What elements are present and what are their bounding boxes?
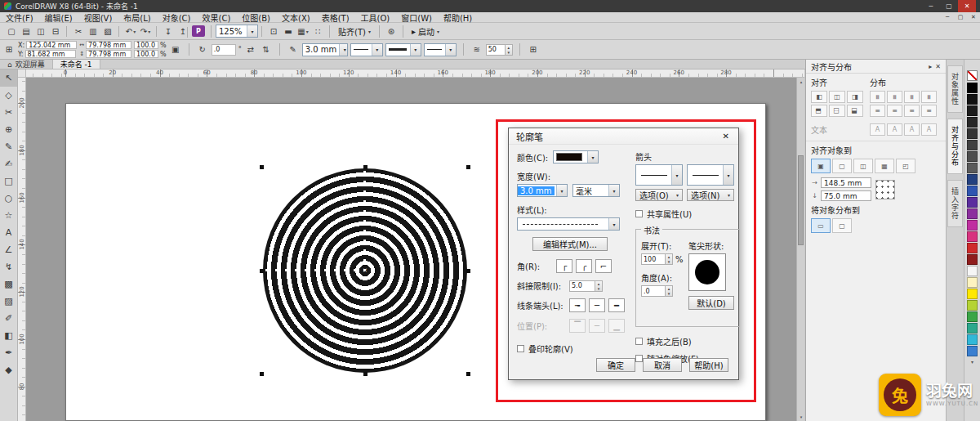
distribute-spacing-h-icon[interactable]: ≡ (904, 91, 920, 103)
distribute-center-v-icon[interactable]: ≡ (887, 105, 902, 117)
distribute-right-icon[interactable]: ≡ (921, 91, 937, 103)
convert-to-curves-icon[interactable]: ⊞ (527, 43, 540, 56)
palette-swatch[interactable] (967, 140, 978, 150)
selection-handle[interactable] (363, 372, 368, 376)
align-to-point-icon[interactable]: ◰ (896, 159, 915, 173)
align-x-field[interactable]: 148.5 mm (821, 177, 871, 188)
palette-scroll-icon[interactable]: ▾ (971, 359, 973, 365)
end-arrowhead-picker[interactable] (687, 164, 734, 186)
transparency-tool[interactable]: ▨ (0, 293, 17, 310)
show-guidelines-icon[interactable]: ∷ (310, 25, 325, 38)
distribute-to-page-icon[interactable]: ▢ (832, 218, 852, 233)
chevron-down-icon[interactable] (372, 44, 382, 56)
distribute-top-icon[interactable]: ≡ (870, 105, 885, 117)
close-icon[interactable]: ✕ (721, 132, 731, 141)
width-units-combo[interactable]: 毫米 (572, 184, 620, 197)
menu-item[interactable]: 工具(O) (355, 11, 396, 24)
selection-handle[interactable] (466, 372, 470, 376)
ok-button[interactable]: 确定 (596, 358, 635, 372)
steps-value[interactable]: 50 (486, 44, 506, 56)
selection-handle[interactable] (260, 165, 264, 169)
distribute-center-h-icon[interactable]: ≡ (887, 91, 902, 103)
checkbox[interactable] (517, 345, 524, 352)
menu-item[interactable]: 对象(C) (157, 11, 197, 24)
palette-swatch[interactable] (967, 220, 978, 231)
palette-swatch[interactable] (967, 128, 978, 139)
palette-swatch[interactable] (967, 334, 978, 345)
selection-handle[interactable] (260, 269, 264, 273)
freehand-tool[interactable]: ✎ (0, 138, 17, 155)
chevron-down-icon[interactable] (723, 165, 733, 185)
docker-tab[interactable]: 对齐与分布 (947, 119, 963, 174)
menu-item[interactable]: 窗口(W) (395, 11, 438, 24)
chevron-down-icon[interactable] (608, 218, 619, 230)
palette-swatch[interactable] (967, 117, 978, 128)
chevron-down-icon[interactable] (587, 151, 598, 163)
palette-swatch[interactable] (967, 105, 978, 116)
mirror-vertical-icon[interactable]: ⇅ (260, 43, 273, 56)
paste-icon[interactable]: ▧ (100, 25, 115, 38)
round-corner-button[interactable]: ╭ (576, 259, 592, 273)
cut-icon[interactable]: ✂ (71, 25, 86, 38)
close-icon[interactable]: ✕ (967, 12, 980, 22)
align-point-grid-picker[interactable] (875, 180, 895, 199)
palette-swatch[interactable] (967, 266, 978, 276)
align-bounding-box-icon[interactable]: A (904, 123, 920, 136)
palette-swatch[interactable] (967, 311, 978, 322)
palette-swatch[interactable] (967, 186, 978, 196)
menu-item[interactable]: 布局(L) (118, 11, 156, 24)
object-position-grid-icon[interactable]: ⊞ (2, 43, 16, 56)
miter-corner-button[interactable]: ┌ (556, 259, 572, 273)
distribute-bottom-icon[interactable]: ≡ (921, 105, 937, 117)
ellipse-tool[interactable]: ○ (0, 190, 17, 207)
close-icon[interactable]: ✕ (935, 63, 941, 70)
print-icon[interactable]: ⊟ (48, 25, 63, 38)
outline-pen-icon[interactable]: ✎ (287, 43, 300, 56)
fullscreen-preview-icon[interactable]: ⊡ (266, 25, 281, 38)
crop-tool[interactable]: ✂ (0, 104, 17, 121)
minimize-icon[interactable]: ─ (922, 0, 940, 12)
distribute-to-selection-icon[interactable]: ▭ (811, 218, 831, 233)
scale-x-field[interactable]: 100.0 (134, 41, 158, 49)
drop-shadow-tool[interactable]: ▩ (0, 275, 17, 293)
polygon-tool[interactable]: ☆ (0, 207, 17, 224)
selection-handle[interactable] (363, 165, 368, 169)
align-left-icon[interactable]: ◧ (811, 91, 827, 103)
palette-swatch[interactable] (967, 346, 978, 356)
launch-dropdown[interactable]: ▸启动 (408, 25, 443, 38)
redo-icon[interactable]: ↷ (138, 25, 153, 38)
chevron-down-icon[interactable] (608, 185, 619, 196)
palette-swatch[interactable] (967, 231, 978, 242)
menu-item[interactable]: 编辑(E) (39, 11, 78, 24)
close-icon[interactable]: ✕ (958, 0, 976, 12)
palette-swatch[interactable] (967, 289, 978, 299)
interactive-fill-tool[interactable]: ◧ (0, 327, 17, 344)
arrow-options-left-button[interactable]: 选项(O) (635, 189, 683, 201)
palette-swatch[interactable] (967, 243, 978, 253)
open-icon[interactable]: ▤ (19, 25, 33, 38)
overprint-outline-checkbox[interactable]: 叠印轮廓(V) (517, 343, 623, 355)
miter-limit-value[interactable]: 5.0 (569, 280, 595, 292)
nib-angle-value[interactable]: .0 (641, 285, 666, 297)
align-to-page-center-icon[interactable]: ◫ (853, 159, 873, 173)
chevron-down-icon[interactable] (410, 44, 421, 56)
menu-item[interactable]: 文件(F) (0, 11, 39, 24)
dialog-titlebar[interactable]: 轮廓笔 ✕ (509, 128, 738, 145)
round-cap-button[interactable]: ─ (589, 298, 605, 312)
align-center-v-icon[interactable]: ◫ (829, 105, 845, 117)
line-style-combo[interactable] (385, 43, 421, 56)
palette-swatch[interactable] (967, 83, 978, 93)
default-button[interactable]: 默认(D) (688, 296, 734, 310)
square-cap-button[interactable]: ━ (608, 298, 625, 312)
fill-tool[interactable]: ◆ (0, 361, 17, 378)
outline-width-combo[interactable]: 3.0 mm (302, 43, 348, 56)
undo-icon[interactable]: ↶ (123, 25, 138, 38)
outline-width-combo[interactable]: 3.0 mm (517, 184, 568, 197)
minimize-icon[interactable]: ─ (941, 12, 954, 22)
eyedropper-tool[interactable]: ✐ (0, 310, 17, 327)
line-style-combo[interactable] (517, 217, 620, 231)
distribute-spacing-v-icon[interactable]: ≡ (904, 105, 920, 117)
menu-item[interactable]: 效果(C) (197, 11, 237, 24)
distribute-left-icon[interactable]: ≡ (870, 91, 885, 103)
palette-swatch[interactable] (967, 151, 978, 162)
